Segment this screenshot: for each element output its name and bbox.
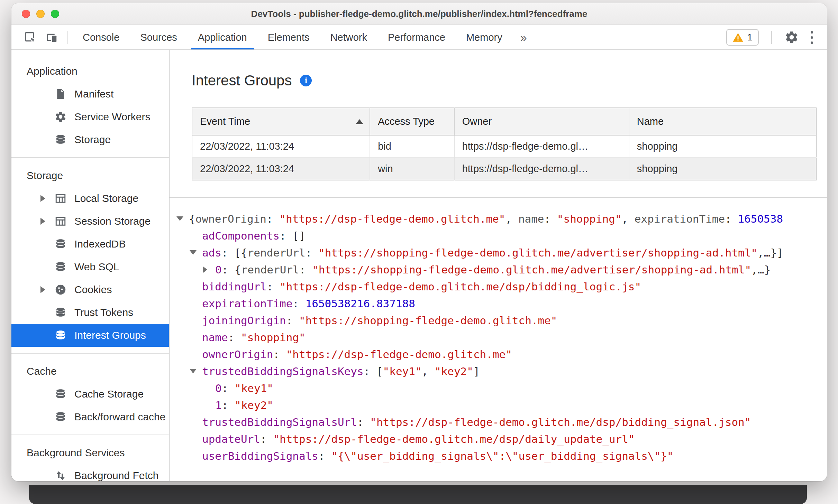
tree-line[interactable]: ads: [{renderUrl: "https://shopping-fled… [176,244,827,261]
triangle-down-icon [176,216,183,221]
sidebar-section-storage: Storage [11,164,169,187]
column-header-access-type[interactable]: Access Type [370,108,454,135]
tree-segment-key: trustedBiddingSignalsKeys [202,365,364,377]
tab-application[interactable]: Application [188,25,257,49]
zoom-window-button[interactable] [51,10,59,18]
expand-arrow-icon[interactable] [203,266,215,273]
tree-segment-str: "shopping" [557,213,622,225]
sidebar-item-interest-groups[interactable]: Interest Groups [11,324,169,347]
toolbar-separator [67,31,68,44]
more-options-button[interactable] [807,31,817,44]
table-row[interactable]: 22/03/2022, 11:03:24winhttps://dsp-fledg… [192,158,816,180]
tree-segment-key: expirationTime [202,297,292,310]
sidebar-section-divider [11,435,169,435]
sidebar-item-service-workers[interactable]: Service Workers [11,105,169,128]
tree-segment-key: ownerOrigin [202,348,273,361]
column-header-event-time[interactable]: Event Time [192,108,370,135]
tree-segment-plain: [ [376,365,383,377]
tree-segment-key: name [202,331,228,344]
sidebar-item-session-storage[interactable]: Session Storage [11,210,169,233]
tree-segment-key: joiningOrigin [202,314,286,327]
sidebar-item-web-sql[interactable]: Web SQL [11,255,169,278]
devtools-window: DevTools - publisher-fledge-demo.glitch.… [11,3,827,481]
cell-owner: https://dsp-fledge-demo.gl… [454,135,629,158]
expand-arrow-icon [40,218,54,225]
tab-network[interactable]: Network [320,25,377,49]
tree-segment-str: "https://shopping-fledge-demo.glitch.me/… [318,246,757,259]
tab-performance[interactable]: Performance [377,25,456,49]
tree-line[interactable]: {ownerOrigin: "https://dsp-fledge-demo.g… [176,210,827,227]
tree-segment-plain: : [544,213,557,225]
more-tabs-button[interactable]: » [513,25,535,49]
tree-segment-plain: ] [473,365,480,377]
tree-segment-plain: : [221,246,234,259]
sidebar-item-back-forward-cache[interactable]: Back/forward cache [11,405,169,428]
tree-segment-key: trustedBiddingSignalsUrl [202,416,357,428]
tree-segment-str: "https://dsp-fledge-demo.glitch.me" [286,348,512,361]
sidebar-item-label: Session Storage [74,215,151,227]
tree-segment-str: "https://dsp-fledge-demo.glitch.me" [279,213,505,225]
triangle-right-icon [203,266,207,273]
tree-segment-plain: : [267,280,280,293]
tree-segment-str: "https://shopping-fledge-demo.glitch.me" [299,314,557,327]
close-window-button[interactable] [22,10,30,18]
sidebar-item-local-storage[interactable]: Local Storage [11,187,169,210]
minimize-window-button[interactable] [36,10,45,18]
devtools-content: ApplicationManifestService WorkersStorag… [11,50,827,481]
info-icon[interactable]: i [300,75,312,86]
sidebar-section-divider [11,157,169,158]
tree-segment-prekey: ownerOrigin [195,213,266,225]
tree-segment-plain: : [280,230,292,242]
tab-memory[interactable]: Memory [456,25,513,49]
background-window-strip [29,485,807,504]
page-title: Interest Groups [192,72,292,89]
database-icon [54,306,70,319]
sidebar-item-indexeddb[interactable]: IndexedDB [11,233,169,255]
sidebar-item-trust-tokens[interactable]: Trust Tokens [11,301,169,324]
collapse-arrow-icon[interactable] [190,250,202,255]
device-toolbar-button[interactable] [42,28,61,47]
inspect-element-button[interactable] [20,28,40,47]
tab-elements[interactable]: Elements [257,25,320,49]
database-icon [54,261,70,273]
tree-segment-plain: { [189,213,195,225]
sidebar-item-background-fetch[interactable]: Background Fetch [11,464,169,481]
tree-line: updateUrl: "https://dsp-fledge-demo.glit… [176,430,827,447]
tree-line[interactable]: 0: {renderUrl: "https://shopping-fledge-… [176,261,827,278]
column-header-name[interactable]: Name [629,108,816,135]
toolbar-right-group: 1 [726,25,827,49]
tree-line: name: "shopping" [176,329,827,346]
sidebar-item-cookies[interactable]: Cookies [11,278,169,301]
tree-segment-plain: : [260,433,273,445]
tree-segment-prekey: name [518,213,544,225]
tab-sources[interactable]: Sources [130,25,187,49]
tree-segment-plain: : [222,399,235,411]
tree-segment-plain: , [505,213,518,225]
tree-segment-plain: ,…}] [757,246,783,259]
sidebar-item-label: Cookies [74,284,112,296]
sidebar-item-label: Cache Storage [74,388,144,400]
collapse-arrow-icon[interactable] [176,216,189,221]
sidebar-item-label: Service Workers [74,111,151,123]
sidebar-item-cache-storage[interactable]: Cache Storage [11,383,169,405]
column-header-owner[interactable]: Owner [454,108,629,135]
devtools-toolbar: ConsoleSourcesApplicationElementsNetwork… [11,25,827,50]
collapse-arrow-icon[interactable] [190,369,202,373]
tree-line[interactable]: trustedBiddingSignalsKeys: ["key1", "key… [176,363,827,380]
table-row[interactable]: 22/03/2022, 11:03:24bidhttps://dsp-fledg… [192,135,816,158]
issues-warning-badge[interactable]: 1 [726,29,759,46]
tree-segment-plain: : [266,213,279,225]
tree-segment-str: "https://dsp-fledge-demo.glitch.me/dsp/d… [273,433,635,445]
chevron-right-icon[interactable] [40,218,45,225]
inspect-icon [24,31,37,44]
settings-button[interactable] [784,30,799,45]
sidebar-item-storage[interactable]: Storage [11,128,169,151]
tree-segment-prekey: renderUrl [247,246,306,259]
chevron-right-icon[interactable] [40,286,45,293]
sidebar-item-manifest[interactable]: Manifest [11,83,169,105]
chevron-right-icon[interactable] [40,195,45,202]
interest-group-events-table: Event TimeAccess TypeOwnerName 22/03/202… [192,108,817,180]
tree-segment-str: "https://dsp-fledge-demo.glitch.me/dsp/b… [370,416,751,428]
kebab-menu-icon [811,31,813,34]
tab-console[interactable]: Console [72,25,130,49]
